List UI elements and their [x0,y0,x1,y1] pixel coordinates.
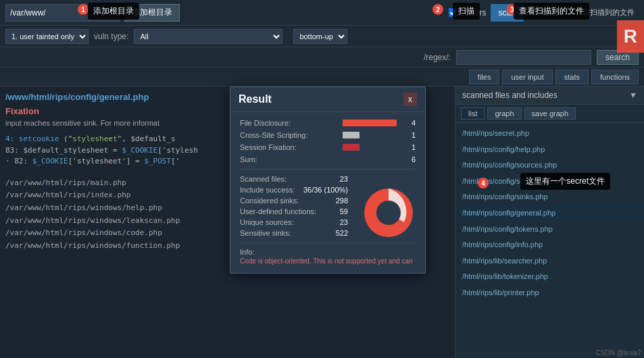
view-scanned-files-link[interactable]: 查看扫描到的文件 [571,6,639,19]
sinks-label: Considered sinks: [240,197,321,205]
info-section: Info: Code is object-oriented. This is n… [240,242,416,266]
code-func-highlight[interactable]: 4: setcookie [5,134,59,143]
top-bar: 添加根目录 subdirs scan windows 查看扫描到的文件 [0,0,644,26]
right-panel-header: scanned files and includes ▼ [455,86,644,105]
session-fixation-val: 1 [402,143,416,151]
session-fixation-label: Session Fixation: [240,143,337,151]
files-button[interactable]: files [469,70,500,84]
add-root-button[interactable]: 添加根目录 [124,4,180,22]
windows-label: windows [528,8,567,18]
include-val: 36/36 (100%) [303,186,348,194]
session-fixation-row: Session Fixation: 1 [240,143,416,151]
file-disclosure-bar-wrap [343,120,397,126]
watermark: R [617,20,644,53]
unique-sources-val: 23 [321,218,348,226]
sum-val: 6 [402,155,416,163]
list-tab[interactable]: list [461,107,485,120]
nav-bar: files user input stats functions [0,68,644,86]
user-funcs-label: User-defined functions: [240,207,321,215]
sensitive-sinks-row: Sensitive sinks: 522 [240,229,348,237]
file-item-searcher[interactable]: /html/rips/lib/searcher.php [455,253,644,270]
dialog-body: File Disclosure: 4 Cross-Site Scripting:… [230,112,425,273]
csdn-label: CSDN @lexia7 [596,349,641,357]
dialog-close-button[interactable]: x [403,93,417,106]
sinks-row: Considered sinks: 298 [240,197,348,205]
file-item-info[interactable]: /html/rips/config/info.php [455,237,644,253]
file-item-tokens[interactable]: /html/rips/config/tokens.php [455,222,644,238]
right-panel: scanned files and includes ▼ list graph … [455,86,644,358]
sensitive-sinks-label: Sensitive sinks: [240,229,321,237]
info-text: Code is object-oriented. This is not sup… [240,257,416,266]
file-disclosure-label: File Disclosure: [240,119,337,127]
session-fixation-bar-wrap [343,144,397,151]
taint-select[interactable]: 1. user tainted only [5,29,89,44]
regex-label: /regex/: [424,53,451,62]
right-panel-arrow[interactable]: ▼ [629,91,637,100]
direction-select[interactable]: bottom-up [293,29,347,44]
second-bar: 1. user tainted only vuln type: All bott… [0,26,644,47]
sensitive-sinks-val: 522 [321,229,348,237]
badge-4: 4 [478,178,489,188]
vuln-select[interactable]: All [134,29,282,44]
file-item-general[interactable]: /html/rips/config/general.php [455,205,644,222]
right-panel-title: scanned files and includes [462,91,558,100]
sum-label: Sum: [240,155,337,163]
save-graph-button[interactable]: save graph [524,107,576,120]
info-label: Info: [240,248,254,256]
xss-val: 1 [402,131,416,139]
pie-stats: Scanned files: 23 Include success: 36/36… [240,175,348,240]
subdirs-checkbox[interactable] [449,8,457,17]
file-disclosure-val: 4 [402,119,416,127]
right-tabs: list graph save graph [455,105,644,123]
user-funcs-row: User-defined functions: 59 [240,207,348,215]
user-input-button[interactable]: user input [502,70,552,84]
include-row: Include success: 36/36 (100%) [240,186,348,194]
sinks-val: 298 [321,197,348,205]
subdirs-checkbox-label: subdirs [449,8,487,18]
scanned-files-row: Scanned files: 23 [240,175,348,183]
include-label: Include success: [240,186,303,194]
path-input[interactable] [5,4,120,22]
session-fixation-bar [343,144,360,151]
xss-bar-wrap [343,132,397,138]
third-bar: /regex/: search [0,47,644,68]
file-item-printer[interactable]: /html/rips/lib/printer.php [455,285,644,301]
pie-chart [362,186,416,240]
result-dialog: Result x File Disclosure: 4 Cross-Site S… [230,86,426,274]
svg-point-1 [376,201,401,225]
badge-2: 2 [432,4,443,15]
graph-tab[interactable]: graph [487,107,521,120]
file-item-sources[interactable]: /html/rips/config/sources.php [455,157,644,174]
file-item-sinks[interactable]: /html/rips/config/sinks.php [455,189,644,205]
sum-row: Sum: 6 [240,155,416,163]
file-list: /html/rips/secret.php /html/rips/config/… [455,123,644,358]
xss-label: Cross-Site Scripting: [240,131,337,139]
dialog-header: Result x [230,87,425,112]
pie-section: Scanned files: 23 Include success: 36/36… [240,175,416,240]
scanned-files-label: Scanned files: [240,175,321,183]
file-disclosure-bar [343,120,397,126]
divider [240,169,416,170]
vuln-label: vuln type: [94,32,128,41]
badge-1: 1 [78,4,89,15]
xss-row: Cross-Site Scripting: 1 [240,131,416,139]
unique-sources-row: Unique sources: 23 [240,218,348,226]
file-item-tokenizer[interactable]: /html/rips/lib/tokenizer.php [455,269,644,285]
regex-input[interactable] [456,50,591,65]
unique-sources-label: Unique sources: [240,218,321,226]
scanned-files-val: 23 [321,175,348,183]
badge-3: 3 [507,4,518,15]
functions-button[interactable]: functions [591,70,639,84]
stats-button[interactable]: stats [555,70,589,84]
dialog-title: Result [239,93,272,105]
file-disclosure-row: File Disclosure: 4 [240,119,416,127]
user-funcs-val: 59 [321,207,348,215]
file-item-secret[interactable]: /html/rips/secret.php [455,126,644,142]
xss-bar [343,132,360,138]
file-item-help[interactable]: /html/rips/config/help.php [455,142,644,158]
